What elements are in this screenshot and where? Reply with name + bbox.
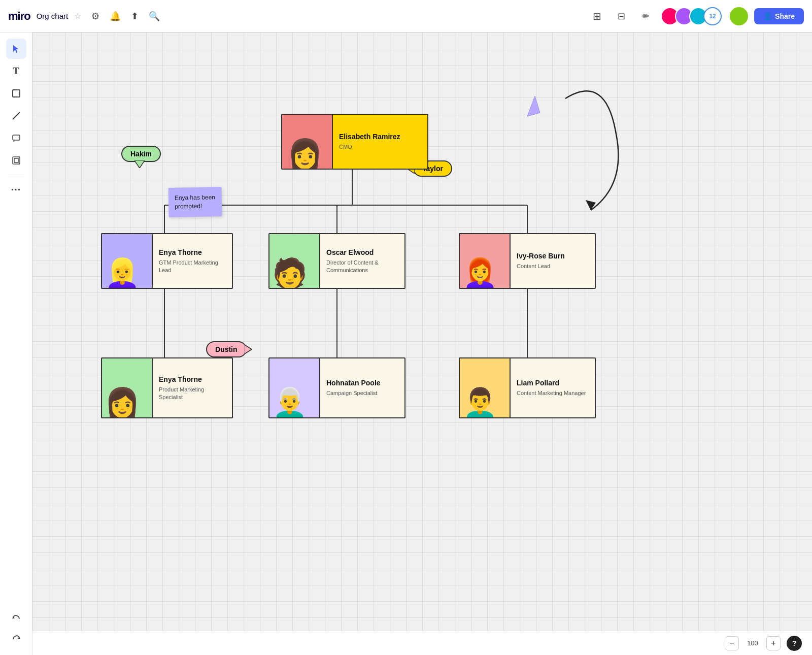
zoom-out-icon: −	[729, 639, 734, 648]
node-cmo-photo: 👩	[282, 115, 333, 169]
node-ivy-info: Ivy-Rose Burn Content Lead	[511, 234, 577, 288]
node-oscar-photo: 🧑	[269, 234, 320, 288]
topbar-icons: ⚙ 🔔 ⬆ 🔍	[91, 11, 160, 22]
dustin-label: Dustin	[206, 341, 247, 357]
svg-marker-21	[527, 96, 540, 116]
node-liam-info: Liam Pollard Content Marketing Manager	[511, 358, 592, 417]
svg-rect-3	[13, 135, 20, 140]
node-oscar-info: Oscar Elwood Director of Content & Commu…	[320, 234, 404, 288]
cmo-photo-emoji: 👩	[287, 137, 323, 169]
node-ivy-name: Ivy-Rose Burn	[517, 251, 570, 260]
sidebar-tool-line[interactable]	[6, 106, 26, 126]
node-liam-photo: 👨‍🦱	[460, 358, 511, 417]
node-oscar[interactable]: 🧑 Oscar Elwood Director of Content & Com…	[268, 233, 405, 289]
node-oscar-role: Director of Content & Communications	[326, 259, 398, 275]
miro-logo: miro	[8, 10, 30, 23]
node-enya1[interactable]: 👱‍♀️ Enya Thorne GTM Product Marketing L…	[101, 233, 233, 289]
svg-line-4	[14, 140, 14, 142]
search-icon[interactable]: 🔍	[149, 11, 160, 22]
node-enya2-name: Enya Thorne	[159, 375, 226, 384]
filter-icon[interactable]: ⊟	[612, 7, 630, 25]
svg-marker-0	[13, 45, 19, 53]
sidebar-tool-text[interactable]: T	[6, 61, 26, 81]
node-liam-name: Liam Pollard	[517, 378, 586, 387]
sidebar-tool-undo[interactable]	[6, 608, 26, 629]
node-oscar-name: Oscar Elwood	[326, 248, 398, 257]
node-hohnatan-info: Hohnatan Poole Campaign Specialist	[320, 358, 387, 417]
zoom-out-button[interactable]: −	[725, 636, 739, 650]
node-liam-role: Content Marketing Manager	[517, 389, 586, 397]
svg-marker-24	[245, 345, 252, 354]
star-icon[interactable]: ☆	[74, 11, 81, 21]
node-liam[interactable]: 👨‍🦱 Liam Pollard Content Marketing Manag…	[459, 357, 596, 418]
share-upload-icon[interactable]: ⬆	[131, 11, 139, 22]
zoom-level: 100	[745, 639, 760, 647]
avatar-group[interactable]: 12	[661, 7, 722, 25]
sidebar-tool-frame[interactable]	[6, 150, 26, 171]
node-cmo-info: Elisabeth Ramirez CMO	[333, 115, 407, 169]
node-enya2[interactable]: 👩 Enya Thorne Product Marketing Speciali…	[101, 357, 233, 418]
node-hohnatan-role: Campaign Specialist	[326, 389, 381, 397]
node-hohnatan-name: Hohnatan Poole	[326, 378, 381, 387]
share-label: Share	[775, 12, 795, 20]
sticky-note[interactable]: Enya has been promoted!	[168, 187, 222, 217]
share-button[interactable]: 👤 Share	[754, 8, 804, 24]
sidebar-bottom	[6, 608, 26, 649]
board-title[interactable]: Org chart	[37, 12, 69, 20]
sidebar-tool-select[interactable]	[6, 39, 26, 59]
sidebar-tool-sticky[interactable]	[6, 83, 26, 104]
topbar: miro Org chart ☆ ⚙ 🔔 ⬆ 🔍 ⊞ ⊟ ✏ 12 👤 Shar…	[0, 0, 812, 32]
notifications-icon[interactable]: 🔔	[110, 11, 121, 22]
node-ivy-photo: 👩‍🦰	[460, 234, 511, 288]
pen-icon[interactable]: ✏	[636, 7, 655, 25]
svg-rect-1	[13, 90, 20, 97]
node-ivy[interactable]: 👩‍🦰 Ivy-Rose Burn Content Lead	[459, 233, 596, 289]
sidebar-tool-comment[interactable]	[6, 128, 26, 148]
bottombar: − 100 + ?	[32, 631, 812, 655]
text-tool-label: T	[13, 66, 19, 77]
node-hohnatan-photo: 👨‍🦳	[269, 358, 320, 417]
current-user-avatar[interactable]	[730, 7, 748, 25]
canvas[interactable]: Enya has been promoted! Hakim Taylor Dus…	[32, 32, 812, 655]
node-enya2-info: Enya Thorne Product Marketing Specialist	[153, 358, 232, 417]
node-cmo-role: CMO	[339, 143, 400, 151]
sidebar-tool-more[interactable]: ···	[6, 179, 26, 200]
node-hohnatan[interactable]: 👨‍🦳 Hohnatan Poole Campaign Specialist	[268, 357, 405, 418]
topbar-left: miro Org chart ☆ ⚙ 🔔 ⬆ 🔍	[0, 10, 580, 23]
sidebar-tool-redo[interactable]	[6, 629, 26, 649]
sidebar-divider	[8, 175, 24, 175]
node-enya1-photo: 👱‍♀️	[102, 234, 153, 288]
hakim-label: Hakim	[121, 146, 161, 162]
svg-line-2	[13, 112, 20, 119]
node-ivy-role: Content Lead	[517, 263, 570, 270]
sticky-note-text: Enya has been promoted!	[175, 193, 215, 210]
zoom-in-button[interactable]: +	[766, 636, 781, 650]
svg-rect-5	[13, 157, 20, 164]
settings-icon[interactable]: ⚙	[91, 11, 99, 22]
node-enya2-photo: 👩	[102, 358, 153, 417]
share-icon: 👤	[763, 12, 772, 20]
node-cmo-name: Elisabeth Ramirez	[339, 132, 400, 141]
node-cmo[interactable]: 👩 Elisabeth Ramirez CMO	[281, 114, 428, 170]
node-enya2-role: Product Marketing Specialist	[159, 386, 226, 402]
node-enya1-info: Enya Thorne GTM Product Marketing Lead	[153, 234, 232, 288]
grid-icon[interactable]: ⊞	[588, 7, 606, 25]
zoom-in-icon: +	[771, 639, 775, 648]
avatar-count[interactable]: 12	[703, 7, 722, 25]
svg-marker-22	[134, 160, 145, 168]
svg-rect-6	[14, 158, 18, 162]
svg-marker-20	[586, 200, 596, 210]
help-button[interactable]: ?	[787, 636, 802, 651]
sidebar: T ···	[0, 32, 32, 655]
node-enya1-name: Enya Thorne	[159, 248, 226, 257]
node-enya1-role: GTM Product Marketing Lead	[159, 259, 226, 275]
topbar-right: ⊞ ⊟ ✏ 12 👤 Share	[580, 7, 812, 25]
